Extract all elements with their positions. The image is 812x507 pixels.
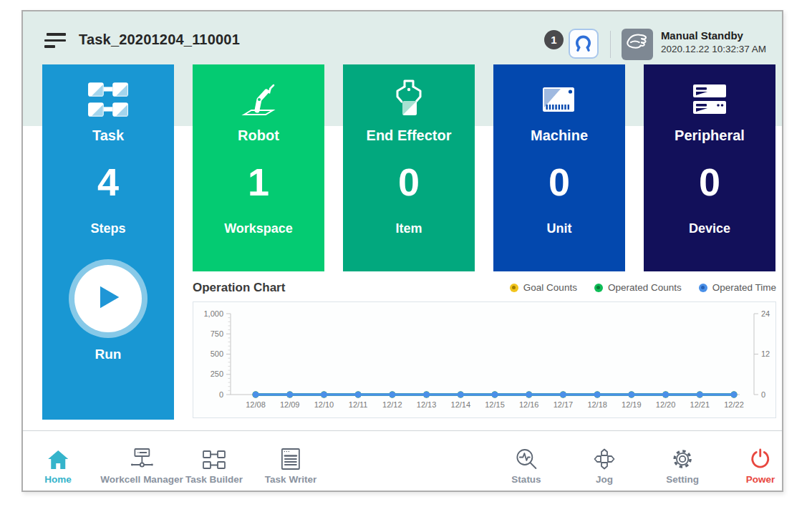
notification-badge: 1 [544, 30, 564, 49]
chart-title: Operation Chart [193, 281, 285, 295]
legend-operated-counts: Operated Counts [594, 282, 682, 293]
machine-icon [493, 80, 625, 119]
gripper-icon [574, 33, 593, 54]
chart-legend: Goal Counts Operated Counts Operated Tim… [510, 282, 776, 293]
svg-text:12/15: 12/15 [485, 400, 505, 409]
page-title: Task_20201204_110001 [79, 32, 240, 48]
svg-text:12/10: 12/10 [314, 400, 334, 409]
card-unit: Workspace [193, 221, 324, 236]
hand-icon [623, 29, 652, 60]
card-count: 0 [493, 163, 625, 201]
card-count: 0 [644, 163, 775, 201]
svg-text:12/13: 12/13 [417, 400, 437, 409]
svg-text:12/20: 12/20 [656, 400, 676, 409]
nav-item-home[interactable]: Home [44, 443, 72, 485]
svg-text:12/16: 12/16 [519, 400, 539, 409]
nav-item-task-writer[interactable]: Task Writer [265, 443, 316, 485]
operation-chart-plot: 02505007501,00012/0812/0912/1012/1112/12… [193, 302, 775, 417]
card-title: End Effector [343, 127, 475, 144]
svg-text:12/17: 12/17 [554, 400, 574, 409]
task-card[interactable]: Task 4 Steps Run [42, 64, 174, 420]
svg-text:500: 500 [211, 349, 223, 358]
nav-item-status[interactable]: Status [511, 443, 541, 485]
peripheral-icon [644, 80, 775, 119]
svg-text:750: 750 [211, 329, 223, 338]
nav-item-jog[interactable]: Jog [594, 443, 615, 485]
nav-item-task-builder[interactable]: Task Builder [185, 443, 243, 485]
svg-text:12/22: 12/22 [724, 400, 744, 409]
svg-text:12/19: 12/19 [622, 400, 642, 409]
status-icon [511, 443, 541, 470]
card-title: Peripheral [644, 127, 775, 144]
topbar-divider [610, 31, 611, 58]
peripheral-card[interactable]: Peripheral 0 Device [644, 64, 775, 271]
jog-icon [594, 443, 615, 470]
operation-chart: 02505007501,00012/0812/0912/1012/1112/12… [193, 301, 776, 418]
svg-text:12/11: 12/11 [349, 400, 368, 409]
card-title: Task [42, 127, 174, 144]
menu-button[interactable] [44, 33, 66, 50]
app-window: Task_20201204_110001 1 [21, 10, 783, 492]
svg-text:12/08: 12/08 [246, 400, 266, 409]
card-unit: Steps [42, 221, 174, 236]
task-writer-icon [265, 443, 316, 470]
svg-text:1,000: 1,000 [203, 309, 223, 318]
robot-card[interactable]: Robot 1 Workspace [193, 64, 324, 271]
operation-chart-section: Operation Chart Goal Counts Operated Cou… [193, 279, 776, 418]
svg-text:12/18: 12/18 [587, 400, 607, 409]
power-icon [746, 443, 775, 470]
nav-item-setting[interactable]: Setting [666, 443, 699, 485]
svg-text:0: 0 [219, 390, 223, 399]
task-icon [42, 80, 174, 119]
svg-text:12/21: 12/21 [690, 400, 710, 409]
task-builder-icon [185, 443, 243, 470]
operated-counts-dot-icon [594, 284, 603, 292]
svg-text:12: 12 [761, 349, 770, 358]
svg-text:24: 24 [761, 309, 770, 318]
robot-icon [193, 80, 324, 119]
legend-goal-counts: Goal Counts [510, 282, 577, 293]
card-count: 0 [343, 163, 475, 201]
bottom-nav: Home Workcell Manager [23, 430, 782, 491]
card-count: 1 [193, 163, 324, 201]
svg-text:12/14: 12/14 [451, 400, 471, 409]
operated-time-dot-icon [699, 284, 707, 292]
goal-counts-dot-icon [510, 284, 518, 292]
svg-text:12/09: 12/09 [280, 400, 300, 409]
play-icon [96, 284, 120, 314]
run-label: Run [42, 347, 174, 362]
datetime-label: 2020.12.22 10:32:37 AM [661, 44, 766, 54]
gripper-button[interactable] [569, 29, 599, 59]
nav-item-workcell-manager[interactable]: Workcell Manager [100, 443, 183, 485]
card-count: 4 [42, 163, 174, 201]
svg-text:12/12: 12/12 [382, 400, 402, 409]
end-effector-icon [343, 80, 475, 119]
setting-icon [666, 443, 699, 470]
machine-card[interactable]: Machine 0 Unit [493, 64, 625, 271]
svg-text:250: 250 [211, 370, 223, 378]
robot-mode-label: Manual Standby [661, 29, 766, 42]
legend-operated-time: Operated Time [699, 282, 776, 293]
svg-text:0: 0 [761, 390, 765, 399]
card-unit: Unit [493, 221, 625, 236]
run-button[interactable] [74, 265, 142, 332]
manual-mode-button[interactable] [622, 29, 653, 60]
card-title: Machine [493, 127, 625, 144]
card-title: Robot [193, 127, 324, 144]
end-effector-card[interactable]: End Effector 0 Item [343, 64, 475, 271]
workcell-manager-icon [100, 443, 183, 470]
nav-item-power[interactable]: Power [746, 443, 775, 485]
home-icon [44, 443, 72, 470]
card-unit: Device [644, 221, 775, 236]
card-unit: Item [343, 221, 475, 236]
